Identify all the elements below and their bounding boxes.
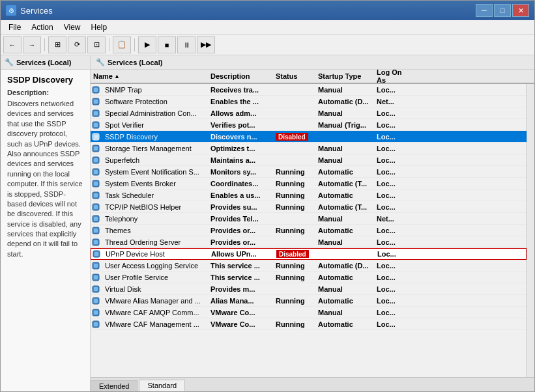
service-icon	[91, 108, 101, 119]
row-startup-type: Automatic (T...	[315, 203, 374, 211]
table-row[interactable]: UPnP Device HostAllows UPn...DisabledLoc…	[91, 248, 527, 260]
service-icon	[91, 155, 101, 165]
row-service-name: Themes	[102, 227, 208, 234]
table-row[interactable]: Task SchedulerEnables a us...RunningAuto…	[91, 189, 527, 201]
row-name-cell: TCP/IP NetBIOS Helper	[91, 202, 208, 212]
svg-rect-27	[94, 240, 98, 244]
row-description: Coordinates...	[208, 180, 273, 188]
row-startup-type: Automatic	[315, 320, 374, 328]
table-row[interactable]: User Profile ServiceThis service ...Runn…	[91, 272, 527, 283]
table-row[interactable]: System Event Notification S...Monitors s…	[91, 166, 527, 178]
row-status: Running	[273, 203, 315, 211]
row-name-cell: Software Protection	[91, 96, 208, 107]
col-header-description[interactable]: Description	[208, 72, 273, 80]
row-name-cell: UPnP Device Host	[91, 249, 209, 259]
row-service-name: Spot Verifier	[102, 121, 208, 129]
row-logon: Loc...	[374, 156, 413, 164]
table-row[interactable]: Special Administration Con...Allows adm.…	[91, 107, 527, 119]
table-row[interactable]: TCP/IP NetBIOS HelperProvides su...Runni…	[91, 201, 527, 213]
table-row[interactable]: Virtual DiskProvides m...ManualLoc...	[91, 283, 527, 295]
start-service-button[interactable]: ▶	[138, 36, 156, 53]
row-name-cell: Thread Ordering Server	[91, 237, 208, 247]
tab-standard[interactable]: Standard	[139, 380, 185, 391]
row-description: Provides or...	[208, 238, 273, 246]
row-startup-type: Manual	[315, 215, 374, 223]
table-row[interactable]: VMware CAF Management ...VMware Co...Run…	[91, 318, 527, 330]
services-table: Name ▲ Description Status Startup Type L…	[91, 70, 534, 377]
stop-service-button[interactable]: ■	[158, 36, 176, 53]
table-row[interactable]: ThemesProvides or...RunningAutomaticLoc.…	[91, 225, 527, 236]
close-button[interactable]: ✕	[512, 4, 529, 17]
row-startup-type: Automatic (T...	[315, 180, 374, 188]
maximize-button[interactable]: □	[494, 4, 511, 17]
row-service-name: Telephony	[102, 215, 208, 223]
menu-file[interactable]: File	[3, 21, 26, 33]
col-header-name[interactable]: Name ▲	[91, 72, 208, 80]
export-button[interactable]: 📋	[113, 36, 131, 53]
table-row[interactable]: Spot VerifierVerifies pot...Manual (Trig…	[91, 119, 527, 131]
left-panel: 🔧 Services (Local) SSDP Discovery Descri…	[1, 55, 91, 391]
minimize-button[interactable]: ─	[476, 4, 493, 17]
properties-button[interactable]: ⊡	[87, 36, 106, 53]
row-description: Provides su...	[208, 203, 273, 211]
row-logon: Loc...	[374, 191, 413, 199]
service-icon	[91, 284, 101, 294]
row-description: Alias Mana...	[208, 297, 273, 305]
pause-service-button[interactable]: ⏸	[177, 36, 195, 53]
col-header-status[interactable]: Status	[273, 72, 315, 80]
table-row[interactable]: SuperfetchMaintains a...ManualLoc...	[91, 154, 527, 166]
row-status: Running	[273, 297, 315, 305]
row-status: Running	[273, 180, 315, 188]
table-row[interactable]: SNMP TrapReceives tra...ManualLoc...	[91, 84, 527, 96]
row-logon: Net...	[374, 215, 413, 223]
row-logon: Loc...	[374, 133, 413, 141]
tab-extended[interactable]: Extended	[91, 380, 137, 391]
table-row[interactable]: Thread Ordering ServerProvides or...Manu…	[91, 236, 527, 248]
row-name-cell: Storage Tiers Management	[91, 143, 208, 154]
row-service-name: VMware Alias Manager and ...	[102, 297, 208, 305]
table-row[interactable]: TelephonyProvides Tel...ManualNet...	[91, 213, 527, 225]
table-row[interactable]: System Events BrokerCoordinates...Runnin…	[91, 178, 527, 189]
row-description: VMware Co...	[208, 309, 273, 316]
table-row[interactable]: SSDP DiscoveryDiscovers n...DisabledLoc.…	[91, 131, 527, 143]
svg-rect-25	[94, 229, 98, 232]
col-header-logon[interactable]: Log On As	[374, 70, 413, 84]
col-header-startup[interactable]: Startup Type	[315, 72, 374, 80]
window-title: Services	[20, 6, 53, 16]
table-row[interactable]: VMware Alias Manager and ...Alias Mana..…	[91, 295, 527, 307]
table-body[interactable]: SNMP TrapReceives tra...ManualLoc...Soft…	[91, 84, 527, 377]
menu-help[interactable]: Help	[86, 21, 113, 33]
row-logon: Loc...	[374, 238, 413, 246]
svg-rect-39	[94, 311, 98, 315]
service-icon	[91, 190, 101, 201]
right-panel-title: Services (Local)	[108, 59, 162, 66]
service-icon	[91, 225, 101, 236]
forward-button[interactable]: →	[23, 36, 41, 53]
menu-action[interactable]: Action	[26, 21, 58, 33]
svg-rect-9	[94, 135, 98, 139]
restart-service-button[interactable]: ▶▶	[197, 36, 215, 53]
refresh-button[interactable]: ⟳	[68, 36, 86, 53]
row-service-name: Virtual Disk	[102, 285, 208, 293]
table-row[interactable]: Storage Tiers ManagementOptimizes t...Ma…	[91, 143, 527, 154]
back-button[interactable]: ←	[3, 36, 22, 53]
row-name-cell: System Event Notification S...	[91, 167, 208, 177]
left-panel-icon: 🔧	[5, 58, 14, 66]
show-hide-tree-button[interactable]: ⊞	[48, 36, 66, 53]
row-description: Monitors sy...	[208, 168, 273, 176]
row-description: Allows adm...	[208, 109, 273, 117]
table-row[interactable]: VMware CAF AMQP Comm...VMware Co...Manua…	[91, 307, 527, 318]
row-startup-type: Manual	[315, 86, 374, 94]
row-logon: Loc...	[374, 203, 413, 211]
table-scroll-wrapper: SNMP TrapReceives tra...ManualLoc...Soft…	[91, 84, 534, 377]
table-row[interactable]: Software ProtectionEnables the ...Automa…	[91, 96, 527, 107]
row-startup-type: Manual	[315, 109, 374, 117]
svg-rect-29	[94, 252, 98, 256]
row-service-name: UPnP Device Host	[103, 250, 209, 258]
vertical-scrollbar[interactable]	[527, 84, 534, 377]
row-logon: Loc...	[375, 250, 414, 258]
row-name-cell: SSDP Discovery	[91, 132, 208, 142]
table-row[interactable]: User Access Logging ServiceThis service …	[91, 260, 527, 272]
disabled-badge: Disabled	[276, 133, 308, 141]
menu-view[interactable]: View	[59, 21, 86, 33]
